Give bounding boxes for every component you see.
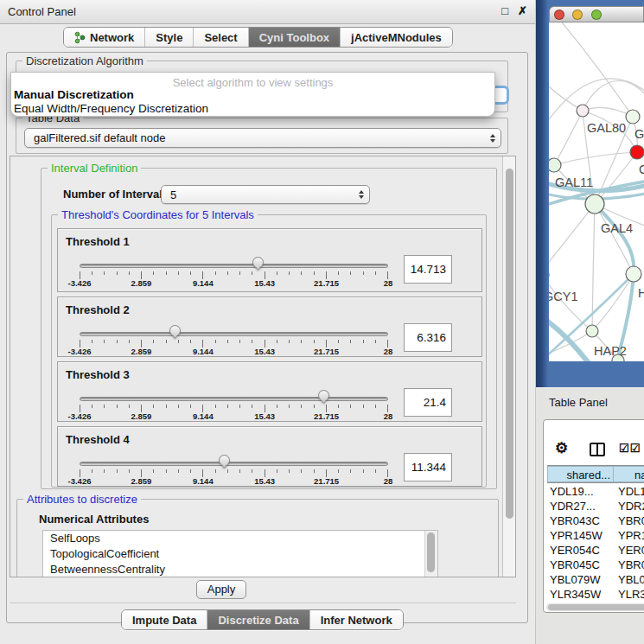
algorithm-option-manual-discretization[interactable]: Manual Discretization	[14, 88, 134, 101]
threshold-value-field[interactable]: 14.713	[404, 255, 452, 284]
cell-shared-name: YBR043C	[547, 513, 614, 528]
checkbox-columns-icon[interactable]: ☑☑	[619, 442, 641, 455]
cell-shared-name: YBL079W	[547, 572, 614, 587]
svg-text:GAL80: GAL80	[587, 121, 626, 135]
float-icon[interactable]: □	[501, 4, 508, 17]
table-row[interactable]: YLR345WYLR3	[547, 587, 644, 602]
list-item[interactable]: SelfLoops	[43, 531, 437, 546]
column-header-shared-name[interactable]: shared...	[547, 466, 614, 482]
screen: Control Panel □ ✗ NetworkStyleSelectCyni…	[0, 0, 644, 644]
settings-vertical-scrollbar[interactable]	[502, 156, 516, 577]
tab-label: Cyni Toolbox	[259, 31, 329, 44]
cell-name: YDR2	[614, 499, 644, 513]
settings-scroll-area: Interval Definition Number of Intervals …	[10, 156, 516, 577]
network-canvas[interactable]: GAL80GAGAL11CGAL4GCY1HHAP2	[549, 22, 644, 361]
table-data-combobox[interactable]: galFiltered.sif default node	[24, 128, 501, 148]
control-panel-titlebar: Control Panel □ ✗	[0, 0, 535, 24]
cell-name: YER0	[614, 543, 644, 558]
attributes-list-scrollbar[interactable]	[424, 531, 437, 577]
split-columns-icon[interactable]	[590, 443, 605, 456]
number-of-intervals-value: 5	[170, 186, 369, 204]
tab-jactivemnodules[interactable]: jActiveMNodules	[341, 28, 452, 47]
cell-shared-name: YBR045C	[547, 558, 614, 572]
slider-track[interactable]	[80, 397, 388, 401]
algorithm-option-equal-width-frequency-discretization[interactable]: Equal Width/Frequency Discretization	[14, 102, 208, 115]
tab-discretize-data[interactable]: Discretize Data	[207, 610, 309, 629]
threshold-panel-4: Threshold 4-3.4262.8599.14415.4321.71528…	[57, 426, 482, 487]
network-window-titlebar[interactable]	[549, 6, 644, 22]
cell-shared-name: YER054C	[547, 543, 614, 558]
table-panel-region: Table Panel ⚙ ☑☑ shared... na YDL19...YD…	[536, 387, 644, 644]
network-icon	[74, 31, 86, 44]
close-traffic-light-icon[interactable]	[554, 10, 564, 20]
tab-network[interactable]: Network	[64, 28, 145, 47]
tab-select[interactable]: Select	[194, 28, 248, 47]
tab-cyni-toolbox[interactable]: Cyni Toolbox	[249, 28, 341, 47]
top-tab-bar: NetworkStyleSelectCyni ToolboxjActiveMNo…	[63, 27, 453, 48]
table-row[interactable]: YDL19...YDL1	[547, 484, 644, 499]
thresholds-group-title: Threshold's Coordinates for 5 Intervals	[58, 208, 258, 221]
svg-text:C: C	[639, 163, 644, 176]
threshold-panel-1: Threshold 1-3.4262.8599.14415.4321.71528…	[57, 228, 482, 292]
cell-name: YBL0	[614, 572, 644, 587]
slider-track[interactable]	[80, 462, 388, 466]
zoom-traffic-light-icon[interactable]	[591, 10, 602, 20]
slider-tick-labels: -3.4262.8599.14415.4321.71528	[80, 347, 388, 357]
table-row[interactable]: YDR27...YDR2	[547, 499, 644, 513]
table-row[interactable]: YBR045CYBR0	[547, 558, 644, 572]
threshold-value-field[interactable]: 21.4	[404, 388, 452, 417]
numerical-attributes-label: Numerical Attributes	[39, 513, 149, 526]
table-row[interactable]: YPR145WYPR1	[547, 528, 644, 543]
svg-text:GA: GA	[634, 127, 644, 141]
number-of-intervals-combobox[interactable]: 5	[161, 185, 370, 204]
tab-impute-data[interactable]: Impute Data	[122, 610, 207, 629]
spinner-arrows-icon	[359, 190, 364, 199]
slider-tick-labels: -3.4262.8599.14415.4321.71528	[80, 411, 388, 422]
table-horizontal-scrollbar[interactable]	[546, 603, 644, 611]
svg-text:HAP2: HAP2	[594, 344, 627, 358]
minimize-traffic-light-icon[interactable]	[572, 10, 583, 20]
svg-text:H: H	[638, 286, 644, 300]
apply-button[interactable]: Apply	[196, 580, 246, 599]
numerical-attributes-list[interactable]: SelfLoopsTopologicalCoefficientBetweenne…	[42, 530, 438, 577]
tab-label: jActiveMNodules	[351, 31, 442, 44]
slider-track[interactable]	[80, 264, 388, 268]
table-row[interactable]: YBL079WYBL0	[547, 572, 644, 587]
threshold-value-field[interactable]: 11.344	[404, 453, 452, 481]
cell-name: YDL1	[614, 484, 644, 499]
svg-text:GAL11: GAL11	[555, 175, 593, 189]
threshold-value-field[interactable]: 6.316	[404, 323, 452, 352]
network-view-window: GAL80GAGAL11CGAL4GCY1HHAP2	[536, 0, 644, 387]
table-data-combobox-value: galFiltered.sif default node	[34, 129, 501, 147]
algorithm-dropdown-popup: Select algorithm to view settings Manual…	[10, 72, 495, 117]
threshold-label: Threshold 1	[66, 235, 130, 248]
slider-track[interactable]	[80, 332, 388, 336]
gear-icon[interactable]: ⚙	[555, 439, 568, 457]
list-item[interactable]: TopologicalCoefficient	[43, 546, 437, 562]
bottom-tab-bar: Impute DataDiscretize DataInfer Network	[121, 609, 404, 630]
scrollbar-thumb[interactable]	[427, 532, 435, 572]
cell-shared-name: YDL19...	[547, 484, 614, 499]
column-header-name[interactable]: na	[614, 466, 644, 482]
svg-text:GAL4: GAL4	[601, 221, 633, 235]
threshold-panel-2: Threshold 2-3.4262.8599.14415.4321.71528…	[57, 296, 482, 357]
cell-shared-name: YPR145W	[547, 528, 614, 543]
tab-infer-network[interactable]: Infer Network	[310, 610, 403, 629]
table-panel: ⚙ ☑☑ shared... na YDL19...YDL1YDR27...YD…	[543, 419, 644, 613]
tab-label: Network	[90, 31, 134, 44]
threshold-label: Threshold 2	[66, 303, 130, 316]
cell-name: YBR0	[614, 558, 644, 572]
scrollbar-thumb[interactable]	[548, 604, 644, 610]
table-rows: YDL19...YDL1YDR27...YDR2YBR043CYBR0YPR14…	[547, 484, 644, 607]
table-row[interactable]: YBR043CYBR0	[547, 513, 644, 528]
cell-name: YPR1	[614, 528, 644, 543]
cell-shared-name: YLR345W	[547, 587, 614, 602]
tab-label: Style	[156, 31, 182, 44]
table-row[interactable]: YER054CYER0	[547, 543, 644, 558]
list-item[interactable]: BetweennessCentrality	[43, 562, 437, 577]
slider-tick-labels: -3.4262.8599.14415.4321.71528	[80, 278, 388, 289]
window-title: Control Panel	[8, 5, 76, 18]
close-icon[interactable]: ✗	[518, 4, 527, 17]
tab-style[interactable]: Style	[145, 28, 194, 47]
scrollbar-thumb[interactable]	[506, 169, 513, 519]
